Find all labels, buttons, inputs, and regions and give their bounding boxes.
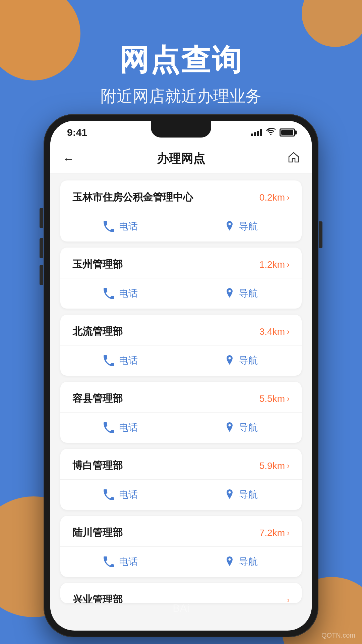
chevron-right-2: ›: [287, 260, 290, 269]
battery-fill: [281, 130, 293, 135]
signal-bar-1: [251, 133, 253, 136]
nav-label-4: 导航: [239, 421, 258, 434]
branch-card-5: 博白管理部 5.9km › 电话: [60, 449, 302, 510]
distance-text-4: 5.5km: [259, 393, 285, 404]
status-bar: 9:41: [50, 121, 312, 144]
branch-card-1: 玉林市住房公积金管理中心 0.2km › 电话: [60, 180, 302, 241]
header-text: 网点查询 附近网店就近办理业务: [0, 40, 362, 107]
chevron-right-7: ›: [287, 595, 290, 603]
nav-label-2: 导航: [239, 287, 258, 300]
signal-icon: [251, 129, 262, 136]
branch-name-3: 北流管理部: [72, 325, 123, 338]
nav-button-3[interactable]: 导航: [181, 345, 302, 376]
branch-name-2: 玉州管理部: [72, 258, 123, 271]
branch-card-3: 北流管理部 3.4km › 电话: [60, 315, 302, 376]
status-time: 9:41: [67, 127, 87, 138]
content-area: 玉林市住房公积金管理中心 0.2km › 电话: [50, 174, 312, 610]
phone-button-3[interactable]: 电话: [60, 345, 181, 376]
app-bar-title: 办理网点: [157, 151, 205, 167]
branch-name-4: 容县管理部: [72, 392, 123, 406]
nav-label-5: 导航: [239, 488, 258, 501]
branch-distance-7: ›: [287, 595, 290, 603]
phone-frame: 9:41: [44, 114, 318, 637]
nav-label-1: 导航: [239, 220, 258, 233]
wifi-icon: [266, 128, 276, 137]
battery-icon: [280, 128, 295, 137]
branch-header-3[interactable]: 北流管理部 3.4km ›: [60, 315, 302, 345]
nav-button-6[interactable]: 导航: [181, 547, 302, 577]
bg-circle-top-right: [302, 0, 362, 47]
nav-button-5[interactable]: 导航: [181, 480, 302, 510]
branch-header-5[interactable]: 博白管理部 5.9km ›: [60, 449, 302, 479]
phone-label-3: 电话: [119, 354, 138, 367]
branch-header-6[interactable]: 陆川管理部 7.2km ›: [60, 516, 302, 546]
phone-label-4: 电话: [119, 421, 138, 434]
notch: [151, 121, 211, 138]
nav-button-2[interactable]: 导航: [181, 278, 302, 309]
distance-text-6: 7.2km: [259, 528, 285, 538]
branch-header-1[interactable]: 玉林市住房公积金管理中心 0.2km ›: [60, 180, 302, 211]
nav-label-3: 导航: [239, 354, 258, 367]
nav-button-1[interactable]: 导航: [181, 211, 302, 241]
branch-name-5: 博白管理部: [72, 459, 123, 473]
branch-name-6: 陆川管理部: [72, 526, 123, 540]
phone-button-6[interactable]: 电话: [60, 547, 181, 577]
branch-actions-6: 电话 导航: [60, 546, 302, 577]
phone-label-1: 电话: [119, 220, 138, 233]
branch-header-2[interactable]: 玉州管理部 1.2km ›: [60, 248, 302, 278]
branch-card-2: 玉州管理部 1.2km › 电话: [60, 248, 302, 309]
qotn-text: QOTN.com: [321, 632, 355, 639]
branch-actions-2: 电话 导航: [60, 278, 302, 309]
branch-distance-1: 0.2km ›: [259, 192, 290, 203]
signal-bar-4: [260, 129, 262, 136]
phone-mockup: 9:41: [44, 114, 318, 637]
chevron-right-3: ›: [287, 327, 290, 336]
phone-label-2: 电话: [119, 287, 138, 300]
branch-actions-4: 电话 导航: [60, 412, 302, 443]
branch-header-7[interactable]: 兴业管理部 ›: [60, 583, 302, 603]
branch-distance-6: 7.2km ›: [259, 528, 290, 538]
chevron-right-5: ›: [287, 461, 290, 471]
signal-bar-2: [254, 132, 256, 136]
page-title: 网点查询: [0, 40, 362, 80]
chevron-right-6: ›: [287, 528, 290, 538]
distance-text-5: 5.9km: [259, 461, 285, 471]
phone-button-1[interactable]: 电话: [60, 211, 181, 241]
phone-label-5: 电话: [119, 488, 138, 501]
back-button[interactable]: ←: [62, 152, 74, 166]
app-bar: ← 办理网点: [50, 144, 312, 174]
phone-screen: 9:41: [50, 121, 312, 631]
distance-text-1: 0.2km: [259, 192, 285, 203]
bai-text: BAi: [173, 602, 189, 614]
nav-label-6: 导航: [239, 555, 258, 568]
branch-actions-1: 电话 导航: [60, 211, 302, 241]
phone-button-5[interactable]: 电话: [60, 480, 181, 510]
distance-text-3: 3.4km: [259, 326, 285, 337]
branch-name-1: 玉林市住房公积金管理中心: [72, 191, 193, 204]
branch-card-4: 容县管理部 5.5km › 电话: [60, 382, 302, 443]
home-button[interactable]: [288, 151, 300, 166]
branch-card-6: 陆川管理部 7.2km › 电话: [60, 516, 302, 577]
phone-button-2[interactable]: 电话: [60, 278, 181, 309]
branch-name-7: 兴业管理部: [72, 593, 123, 603]
branch-distance-2: 1.2km ›: [259, 259, 290, 270]
branch-actions-5: 电话 导航: [60, 479, 302, 510]
page-subtitle: 附近网店就近办理业务: [0, 86, 362, 107]
nav-button-4[interactable]: 导航: [181, 413, 302, 443]
phone-button-4[interactable]: 电话: [60, 413, 181, 443]
qotn-logo: QOTN.com: [321, 632, 355, 639]
chevron-right-1: ›: [287, 193, 290, 202]
branch-distance-5: 5.9km ›: [259, 461, 290, 471]
chevron-right-4: ›: [287, 394, 290, 404]
branch-distance-4: 5.5km ›: [259, 393, 290, 404]
signal-bar-3: [257, 131, 259, 136]
status-icons: [251, 128, 295, 137]
branch-actions-3: 电话 导航: [60, 345, 302, 376]
branch-card-7: 兴业管理部 ›: [60, 583, 302, 603]
branch-distance-3: 3.4km ›: [259, 326, 290, 337]
distance-text-2: 1.2km: [259, 259, 285, 270]
phone-label-6: 电话: [119, 555, 138, 568]
branch-header-4[interactable]: 容县管理部 5.5km ›: [60, 382, 302, 412]
